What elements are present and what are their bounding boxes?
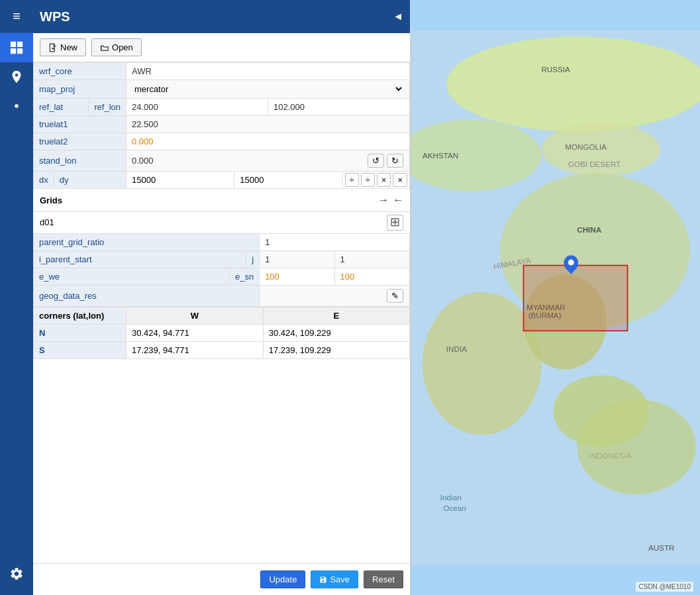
svg-point-4 (15, 104, 19, 108)
e-we-label: e_we (34, 268, 229, 285)
j-value: 1 (335, 251, 409, 268)
sw-value: 17.239, 94.771 (126, 341, 264, 358)
pin-icon (9, 70, 24, 84)
svg-rect-0 (11, 42, 16, 47)
table-row: i_parent_start j 1 1 (34, 250, 410, 268)
geog-data-res-label: geog_data_res (34, 285, 260, 306)
table-row: truelat1 22.500 (34, 116, 410, 133)
sidebar-item-location[interactable] (0, 91, 33, 121)
open-folder-icon (100, 43, 109, 52)
truelat1-label: truelat1 (34, 116, 126, 133)
add-domain-button[interactable]: ⊞ (387, 215, 403, 231)
corners-header-label: corners (lat,lon) (34, 307, 126, 324)
sidebar-item-pin[interactable] (0, 62, 33, 91)
svg-text:CHINA: CHINA (577, 225, 601, 234)
ref-lon-label: ref_lon (88, 99, 126, 115)
se-value: 17.239, 109.229 (263, 341, 409, 358)
form-content: wrf_core AWR map_proj mercator lambert p… (33, 62, 410, 563)
collapse-button[interactable]: ◄ (393, 11, 403, 23)
undo-button[interactable]: ↺ (368, 154, 384, 168)
geog-edit-button[interactable]: ✎ (387, 289, 403, 303)
dx-dy-controls: ÷ ÷ × × (343, 173, 409, 187)
corners-table: corners (lat,lon) W E N 30.424, 94.771 3… (33, 307, 410, 359)
e-sn-value: 100 (335, 268, 409, 285)
divide-dx-button[interactable]: ÷ (345, 173, 359, 187)
e-we-value: 100 (260, 268, 334, 285)
stand-lon-cell: 0.000 ↺ ↻ (126, 150, 410, 172)
grids-title: Grids (40, 195, 62, 205)
new-button[interactable]: New (40, 38, 86, 56)
table-row: geog_data_res ✎ (34, 285, 410, 306)
sidebar-item-settings[interactable] (9, 559, 24, 588)
sidebar-menu-icon[interactable]: ≡ (0, 0, 33, 33)
table-row: wrf_core AWR (34, 63, 410, 80)
app-title: WPS (40, 9, 70, 25)
divide-dy-button[interactable]: ÷ (361, 173, 375, 187)
domain-name: d01 (40, 217, 54, 227)
svg-rect-2 (11, 48, 16, 54)
svg-text:AKHSTAN: AKHSTAN (423, 151, 458, 160)
reset-button[interactable]: Reset (364, 570, 403, 588)
grids-section-header: Grids → → (33, 189, 410, 211)
dx-input[interactable] (126, 172, 234, 188)
map-proj-label: map_proj (34, 80, 126, 99)
sidebar: ≡ (0, 0, 33, 595)
west-header: W (126, 307, 264, 324)
save-button[interactable]: Save (311, 570, 358, 588)
wrf-core-value: AWR (126, 63, 410, 80)
svg-text:RUSSIA: RUSSIA (541, 65, 570, 74)
grids-actions: → → (378, 194, 403, 206)
main-panel: WPS ◄ New Open wrf_core AWR (33, 0, 411, 595)
south-label: S (34, 341, 126, 358)
export-icon[interactable]: → (393, 194, 403, 206)
stand-lon-actions: ↺ ↻ (367, 154, 404, 168)
truelat1-value: 22.500 (126, 116, 410, 133)
multiply-dx-button[interactable]: × (377, 173, 391, 187)
wrf-core-label: wrf_core (34, 63, 126, 80)
new-file-icon (48, 43, 58, 52)
dy-input[interactable] (234, 172, 342, 188)
truelat2-value: 0.000 (126, 133, 410, 150)
svg-text:MONGOLIA: MONGOLIA (565, 142, 607, 151)
svg-rect-3 (17, 48, 23, 54)
svg-point-32 (568, 260, 574, 266)
map-area[interactable]: RUSSIA AKHSTAN MONGOLIA GOBI DESERT CHIN… (411, 0, 700, 595)
geog-data-res-cell: ✎ (260, 285, 410, 306)
svg-text:AUSTR: AUSTR (648, 543, 675, 552)
header-bar: WPS ◄ (33, 0, 410, 33)
form-table: wrf_core AWR map_proj mercator lambert p… (33, 62, 410, 189)
ref-lon-value: 102.000 (268, 99, 409, 115)
open-button[interactable]: Open (91, 38, 142, 56)
location-icon (9, 99, 24, 113)
table-row: dx dy ÷ ÷ × × (34, 172, 410, 189)
domain-row: d01 ⊞ (33, 211, 410, 233)
svg-text:INDIA: INDIA (446, 345, 467, 353)
sidebar-item-grid[interactable] (0, 33, 33, 62)
map-svg: RUSSIA AKHSTAN MONGOLIA GOBI DESERT CHIN… (411, 0, 700, 595)
svg-rect-1 (17, 42, 23, 47)
j-label: j (246, 251, 259, 268)
stand-lon-value: 0.000 (132, 156, 154, 166)
parent-grid-ratio-label: parent_grid_ratio (34, 233, 260, 250)
map-proj-value[interactable]: mercator lambert polar lat-lon (126, 80, 410, 99)
table-row: S 17.239, 94.771 17.239, 109.229 (34, 341, 410, 358)
i-parent-start-value: 1 (260, 251, 334, 268)
grid-icon (9, 40, 24, 55)
table-row: e_we e_sn 100 100 (34, 268, 410, 285)
save-icon (319, 576, 327, 584)
ref-lat-value: 24.000 (126, 99, 268, 115)
bottom-bar: Update Save Reset (33, 563, 410, 595)
domain-rectangle (523, 266, 627, 331)
ne-value: 30.424, 109.229 (263, 324, 409, 341)
redo-button[interactable]: ↻ (387, 154, 403, 168)
table-row: stand_lon 0.000 ↺ ↻ (34, 150, 410, 172)
multiply-dy-button[interactable]: × (393, 173, 407, 187)
dy-label: dy (54, 172, 74, 188)
update-button[interactable]: Update (260, 570, 305, 588)
import-icon[interactable]: → (378, 194, 389, 206)
parent-grid-ratio-value: 1 (260, 233, 410, 250)
hamburger-icon: ≡ (13, 9, 21, 24)
svg-text:GOBI DESERT: GOBI DESERT (568, 160, 621, 168)
ref-lat-label: ref_lat (34, 99, 88, 115)
map-proj-select[interactable]: mercator lambert polar lat-lon (132, 83, 404, 95)
